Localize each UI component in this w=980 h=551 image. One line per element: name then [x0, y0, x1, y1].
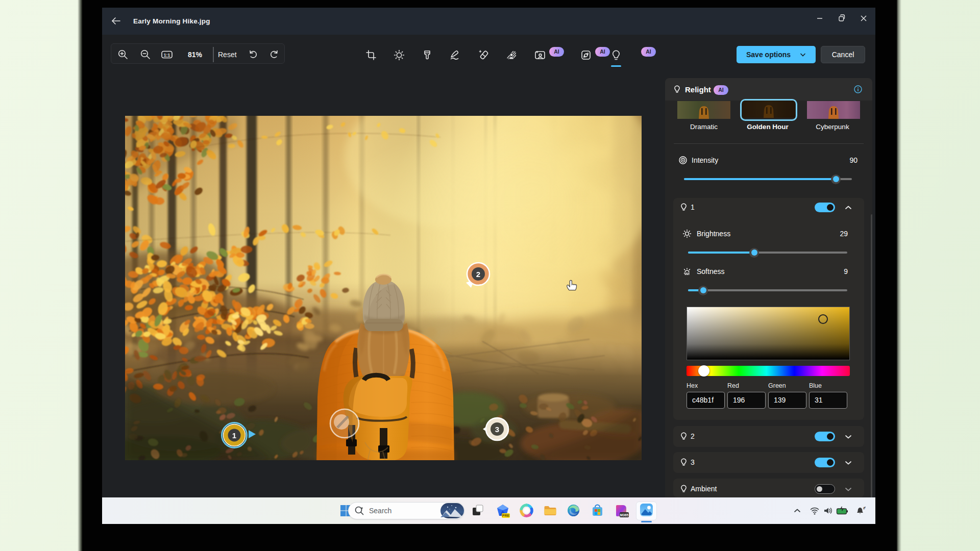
- svg-text:2: 2: [476, 270, 480, 279]
- svg-text:3: 3: [495, 425, 499, 434]
- svg-text:M365: M365: [620, 513, 629, 517]
- svg-text:z: z: [865, 506, 866, 509]
- svg-text:1: 1: [232, 431, 236, 440]
- svg-text:1:1: 1:1: [164, 53, 170, 58]
- svg-text:PRE: PRE: [502, 514, 510, 517]
